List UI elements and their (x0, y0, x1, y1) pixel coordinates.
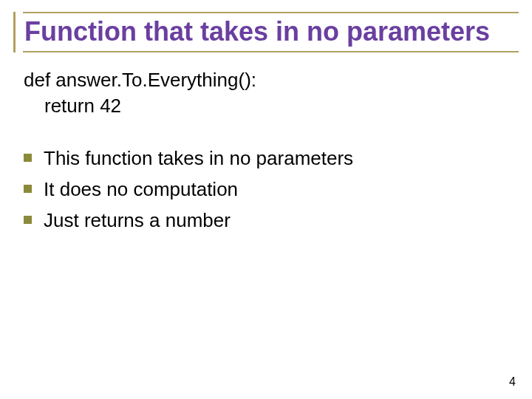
title-block: Function that takes in no parameters (13, 12, 519, 52)
bullet-list: This function takes in no parameters It … (24, 145, 516, 234)
code-block: def answer.To.Everything(): return 42 (24, 67, 516, 119)
bullet-text: Just returns a number (44, 207, 231, 233)
bullet-text: This function takes in no parameters (44, 145, 353, 171)
page-number: 4 (509, 375, 516, 389)
bullet-square-icon (24, 154, 32, 162)
code-line-1: def answer.To.Everything(): (24, 67, 516, 93)
title-rule-top (23, 12, 519, 13)
slide-title: Function that takes in no parameters (24, 15, 519, 51)
bullet-text: It does no computation (44, 176, 238, 202)
list-item: It does no computation (24, 176, 516, 202)
list-item: Just returns a number (24, 207, 516, 233)
bullet-square-icon (24, 216, 32, 224)
list-item: This function takes in no parameters (24, 145, 516, 171)
code-line-2: return 42 (24, 93, 516, 119)
title-rule-bottom (23, 51, 519, 52)
slide-body: def answer.To.Everything(): return 42 Th… (13, 60, 519, 233)
slide: Function that takes in no parameters def… (0, 0, 532, 399)
bullet-square-icon (24, 185, 32, 193)
